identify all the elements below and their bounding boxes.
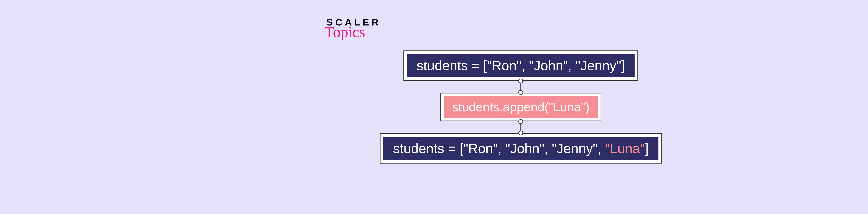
code-box-initial-list: students = ["Ron", "John", "Jenny"] xyxy=(403,50,638,81)
code-text-result: students = ["Ron", "John", "Jenny", "Lun… xyxy=(383,137,658,160)
result-highlight-luna: "Luna" xyxy=(605,141,645,156)
connector-2 xyxy=(521,121,521,133)
logo-text-topics: Topics xyxy=(324,26,381,38)
code-box-result-list: students = ["Ron", "John", "Jenny", "Lun… xyxy=(380,133,662,164)
code-text-append: students.append("Luna") xyxy=(444,96,598,118)
flow-diagram: students = ["Ron", "John", "Jenny"] stud… xyxy=(380,50,662,164)
connector-1 xyxy=(521,81,521,93)
result-prefix: students = ["Ron", "John", "Jenny", xyxy=(393,141,605,156)
code-box-append-call: students.append("Luna") xyxy=(440,93,601,121)
scaler-topics-logo: SCALER Topics xyxy=(327,17,381,38)
result-suffix: ] xyxy=(645,141,649,156)
code-text-initial: students = ["Ron", "John", "Jenny"] xyxy=(407,54,635,77)
